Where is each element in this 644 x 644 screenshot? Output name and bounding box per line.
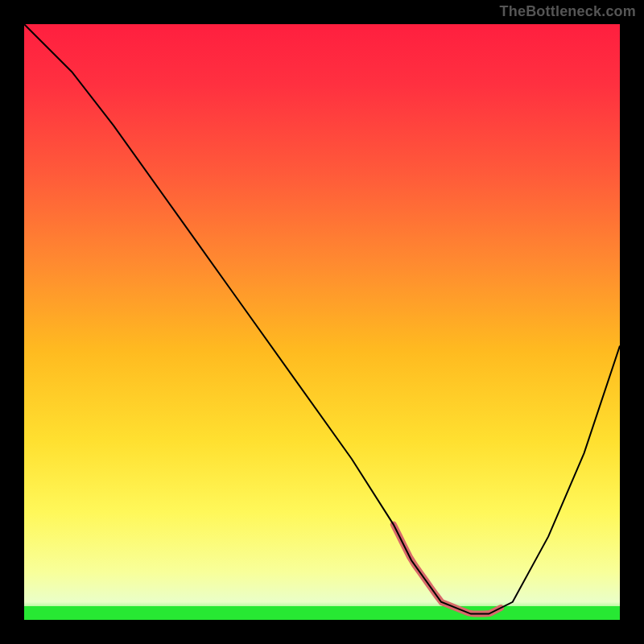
plot-area	[24, 24, 620, 620]
watermark-text: TheBottleneck.com	[500, 3, 636, 20]
gradient-background	[24, 24, 620, 620]
green-band	[24, 606, 620, 620]
plot-svg	[24, 24, 620, 620]
chart-frame: TheBottleneck.com	[0, 0, 644, 644]
